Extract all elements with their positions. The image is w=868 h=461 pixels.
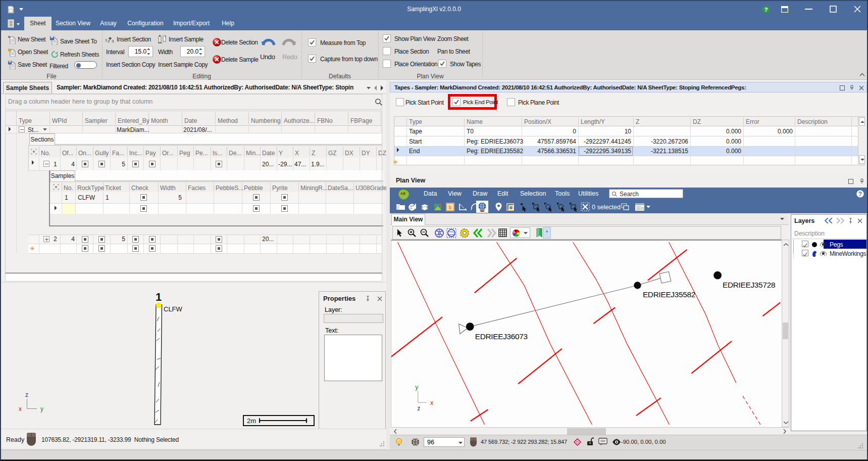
svg-text:EDRIEEJ35728: EDRIEEJ35728 (723, 281, 775, 289)
svg-text:z: z (417, 405, 420, 412)
svg-text:CLFW: CLFW (164, 305, 183, 313)
svg-text:2: 2 (108, 39, 110, 43)
svg-text:2m: 2m (247, 417, 256, 425)
svg-text:AB: AB (400, 192, 405, 195)
svg-text:y: y (40, 405, 43, 412)
svg-text:z: z (25, 391, 28, 398)
svg-text:3: 3 (112, 39, 114, 43)
svg-text:x: x (430, 399, 434, 406)
svg-text:b: b (448, 205, 451, 210)
svg-text:?: ? (858, 191, 862, 198)
svg-text:y: y (415, 384, 419, 391)
svg-text:EDRIEEJ36073: EDRIEEJ36073 (475, 332, 528, 341)
svg-text:j: j (165, 34, 166, 37)
svg-text:?: ? (764, 7, 768, 13)
svg-text:EDRIEEJ35582: EDRIEEJ35582 (643, 290, 695, 299)
svg-text:1: 1 (156, 291, 162, 303)
svg-text:x: x (19, 405, 22, 412)
